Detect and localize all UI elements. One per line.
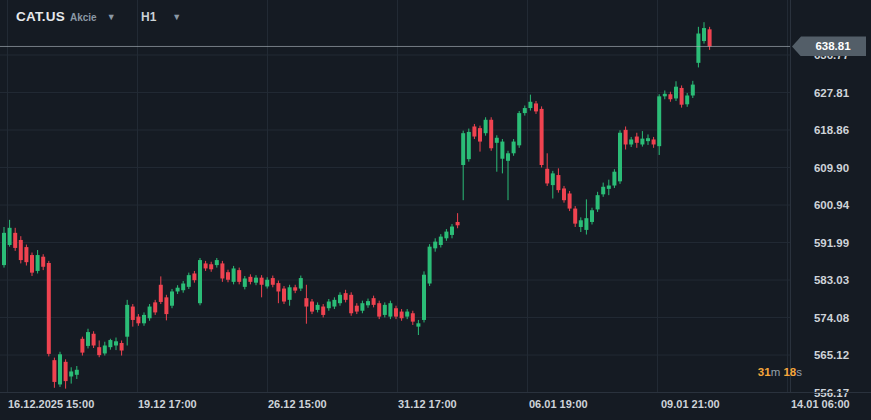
candle	[640, 131, 644, 146]
candle	[439, 234, 443, 247]
time-axis-label: 16.12.2025 15:00	[8, 398, 94, 410]
candle	[142, 312, 146, 325]
candle	[450, 224, 454, 238]
candle	[293, 285, 297, 293]
candle	[467, 129, 471, 162]
candle	[97, 340, 101, 357]
candle	[461, 131, 465, 201]
candle	[276, 281, 280, 304]
candle	[652, 137, 656, 148]
candle	[456, 213, 460, 228]
candle	[125, 300, 129, 346]
candle	[680, 85, 684, 107]
candle	[416, 320, 420, 335]
candle	[556, 168, 560, 192]
candle	[209, 262, 213, 272]
candle	[148, 304, 152, 321]
candle	[198, 258, 202, 305]
price-axis-label: 609.90	[791, 161, 871, 175]
candle	[120, 340, 124, 355]
candle	[612, 169, 616, 188]
candle	[400, 309, 404, 321]
timeframe-label: H1	[141, 10, 156, 24]
candle	[433, 238, 437, 251]
candle	[366, 299, 370, 308]
time-axis-label: 09.01 21:00	[661, 398, 720, 410]
candle	[243, 276, 247, 289]
candle	[444, 229, 448, 241]
candle	[551, 171, 555, 199]
candle	[534, 101, 538, 114]
candle	[321, 304, 325, 317]
candle	[377, 301, 381, 319]
candle	[181, 281, 185, 293]
candle	[668, 92, 672, 102]
candle	[271, 276, 275, 288]
price-axis-label: 565.12	[791, 348, 871, 362]
candle	[383, 302, 387, 317]
candle	[248, 274, 252, 284]
candle	[103, 342, 107, 356]
candle	[237, 268, 241, 285]
candle	[506, 151, 510, 200]
candle	[618, 130, 622, 184]
candle	[422, 271, 426, 322]
candle	[254, 275, 258, 285]
candle	[484, 117, 488, 135]
candle	[75, 366, 79, 379]
candle	[629, 137, 633, 147]
candle	[232, 266, 236, 284]
candle	[69, 367, 73, 383]
candle	[2, 227, 6, 268]
candle	[573, 206, 577, 227]
price-axis-label: 583.03	[791, 273, 871, 287]
chevron-down-icon: ▼	[107, 12, 116, 22]
candle	[187, 273, 191, 289]
candle	[372, 296, 376, 308]
candle	[691, 81, 695, 98]
candle	[260, 275, 264, 297]
time-axis-label: 14.01 06:00	[791, 398, 850, 410]
time-axis-label: 06.01 19:00	[529, 398, 588, 410]
candle	[489, 117, 493, 151]
candle	[86, 329, 90, 349]
timeframe-selector[interactable]: H1 ▼	[141, 10, 181, 24]
candle	[164, 295, 168, 321]
current-price-tag: 638.81	[792, 36, 866, 56]
candle	[663, 90, 667, 99]
candle	[41, 254, 45, 270]
candle	[204, 261, 208, 271]
candle	[568, 191, 572, 211]
candle	[579, 217, 583, 232]
candle	[176, 285, 180, 294]
time-axis[interactable]: 16.12.2025 15:0019.12 17:0026.12 15:0031…	[0, 392, 871, 420]
candle	[349, 292, 353, 315]
candle	[512, 139, 516, 156]
candle	[310, 299, 314, 314]
time-axis-label: 19.12 17:00	[138, 398, 197, 410]
price-axis-label: 574.08	[791, 311, 871, 325]
candle	[8, 220, 12, 247]
time-axis-label: 31.12 17:00	[398, 398, 457, 410]
candle	[30, 253, 34, 276]
candle	[601, 183, 605, 197]
candle	[685, 93, 689, 107]
candlestick-chart[interactable]	[0, 0, 790, 392]
candle	[388, 301, 392, 319]
price-axis-label: 591.99	[791, 236, 871, 250]
price-axis-label: 627.81	[791, 86, 871, 100]
candle	[596, 192, 600, 212]
candle	[153, 300, 157, 315]
candle	[80, 337, 84, 356]
candle	[24, 245, 28, 266]
symbol-selector[interactable]: CAT.US Akcie ▼	[16, 9, 116, 24]
candle	[360, 301, 364, 314]
candle	[170, 289, 174, 308]
price-axis[interactable]: 638.81 636.77627.81618.86609.90600.94591…	[790, 0, 871, 392]
candle	[332, 297, 336, 309]
candle	[282, 286, 286, 304]
candle	[646, 134, 650, 144]
candle	[540, 106, 544, 167]
symbol-label: CAT.US	[16, 9, 65, 24]
candle	[192, 271, 196, 283]
